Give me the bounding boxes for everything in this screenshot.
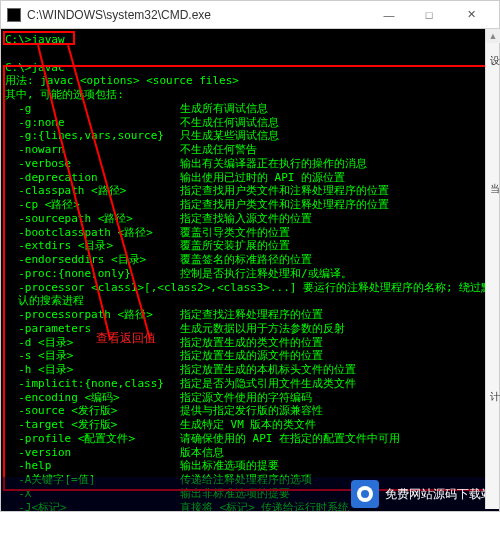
option-desc: 指定查找用户类文件和注释处理程序的位置 bbox=[180, 198, 389, 212]
maximize-button[interactable]: □ bbox=[409, 2, 449, 28]
annotation-label: 查看返回值 bbox=[96, 331, 156, 346]
prompt-javaw: C:\>javaw bbox=[5, 33, 495, 47]
option-desc: 生成元数据以用于方法参数的反射 bbox=[180, 322, 345, 336]
option-desc: 提供与指定发行版的源兼容性 bbox=[180, 404, 323, 418]
option-row: -g:{lines,vars,source}只生成某些调试信息 bbox=[5, 129, 495, 143]
option-flag: -encoding <编码> bbox=[5, 391, 180, 405]
option-desc: 覆盖签名的标准路径的位置 bbox=[180, 253, 312, 267]
prompt-javac: C:\>javac bbox=[5, 61, 495, 75]
titlebar[interactable]: C:\WINDOWS\system32\CMD.exe — □ ✕ bbox=[1, 1, 499, 29]
option-row: -nowarn不生成任何警告 bbox=[5, 143, 495, 157]
side-char-2: 当 bbox=[486, 171, 500, 179]
option-row: -implicit:{none,class}指定是否为隐式引用文件生成类文件 bbox=[5, 377, 495, 391]
option-desc: 指定放置生成的类文件的位置 bbox=[180, 336, 323, 350]
option-desc: 版本信息 bbox=[180, 446, 224, 460]
option-row: -cp <路径>指定查找用户类文件和注释处理程序的位置 bbox=[5, 198, 495, 212]
cmd-window: C:\WINDOWS\system32\CMD.exe — □ ✕ C:\>ja… bbox=[0, 0, 500, 512]
option-flag: -verbose bbox=[5, 157, 180, 171]
option-desc: 指定放置生成的本机标头文件的位置 bbox=[180, 363, 356, 377]
option-row: -bootclasspath <路径>覆盖引导类文件的位置 bbox=[5, 226, 495, 240]
option-flag: -nowarn bbox=[5, 143, 180, 157]
usage-line: 用法: javac <options> <source files> bbox=[5, 74, 495, 88]
option-desc: 不生成任何调试信息 bbox=[180, 116, 279, 130]
option-flag: -endorseddirs <目录> bbox=[5, 253, 180, 267]
side-char-1: 设 bbox=[486, 43, 500, 51]
option-flag: -g:none bbox=[5, 116, 180, 130]
window-title: C:\WINDOWS\system32\CMD.exe bbox=[27, 8, 369, 22]
option-row: 认的搜索进程 bbox=[5, 294, 495, 308]
scrollbar[interactable]: ▲ 设 当 计 bbox=[485, 29, 499, 509]
option-desc: 控制是否执行注释处理和/或编译。 bbox=[180, 267, 352, 281]
blank bbox=[5, 47, 495, 61]
option-flag: -s <目录> bbox=[5, 349, 180, 363]
where-line: 其中, 可能的选项包括: bbox=[5, 88, 495, 102]
option-flag: -version bbox=[5, 446, 180, 460]
option-flag: -processorpath <路径> bbox=[5, 308, 180, 322]
option-flag: -target <发行版> bbox=[5, 418, 180, 432]
option-flag: -profile <配置文件> bbox=[5, 432, 180, 446]
option-flag: -deprecation bbox=[5, 171, 180, 185]
option-desc: 生成所有调试信息 bbox=[180, 102, 268, 116]
close-button[interactable]: ✕ bbox=[449, 2, 493, 28]
option-desc: 覆盖所安装扩展的位置 bbox=[180, 239, 290, 253]
option-row: -help输出标准选项的提要 bbox=[5, 459, 495, 473]
option-row: -extdirs <目录>覆盖所安装扩展的位置 bbox=[5, 239, 495, 253]
option-flag: -help bbox=[5, 459, 180, 473]
option-row: -source <发行版>提供与指定发行版的源兼容性 bbox=[5, 404, 495, 418]
option-row: -endorseddirs <目录>覆盖签名的标准路径的位置 bbox=[5, 253, 495, 267]
option-desc: 指定查找注释处理程序的位置 bbox=[180, 308, 323, 322]
option-desc: 指定查找用户类文件和注释处理程序的位置 bbox=[180, 184, 389, 198]
cmd-icon bbox=[7, 8, 21, 22]
option-flag: -classpath <路径> bbox=[5, 184, 180, 198]
option-row: -h <目录>指定放置生成的本机标头文件的位置 bbox=[5, 363, 495, 377]
option-row: -version版本信息 bbox=[5, 446, 495, 460]
option-row: -g生成所有调试信息 bbox=[5, 102, 495, 116]
terminal-output[interactable]: C:\>javaw C:\>javac 用法: javac <options> … bbox=[1, 29, 499, 511]
logo-icon bbox=[351, 480, 379, 508]
option-desc: 生成特定 VM 版本的类文件 bbox=[180, 418, 317, 432]
options-list: -g生成所有调试信息 -g:none不生成任何调试信息 -g:{lines,va… bbox=[5, 102, 495, 511]
option-flag: -cp <路径> bbox=[5, 198, 180, 212]
option-flag: -sourcepath <路径> bbox=[5, 212, 180, 226]
option-row: -encoding <编码>指定源文件使用的字符编码 bbox=[5, 391, 495, 405]
option-row: -g:none不生成任何调试信息 bbox=[5, 116, 495, 130]
option-row: -parameters生成元数据以用于方法参数的反射 bbox=[5, 322, 495, 336]
side-char-3: 计 bbox=[486, 379, 500, 387]
option-flag: -g:{lines,vars,source} bbox=[5, 129, 180, 143]
option-row: -target <发行版>生成特定 VM 版本的类文件 bbox=[5, 418, 495, 432]
option-flag: -extdirs <目录> bbox=[5, 239, 180, 253]
option-flag: -g bbox=[5, 102, 180, 116]
option-flag: -source <发行版> bbox=[5, 404, 180, 418]
option-desc: 覆盖引导类文件的位置 bbox=[180, 226, 290, 240]
option-desc: 指定源文件使用的字符编码 bbox=[180, 391, 312, 405]
option-desc: 请确保使用的 API 在指定的配置文件中可用 bbox=[180, 432, 400, 446]
option-row: -sourcepath <路径>指定查找输入源文件的位置 bbox=[5, 212, 495, 226]
option-desc: 不生成任何警告 bbox=[180, 143, 257, 157]
option-row: -verbose输出有关编译器正在执行的操作的消息 bbox=[5, 157, 495, 171]
option-desc: 只生成某些调试信息 bbox=[180, 129, 279, 143]
option-desc: 指定放置生成的源文件的位置 bbox=[180, 349, 323, 363]
option-flag: -h <目录> bbox=[5, 363, 180, 377]
minimize-button[interactable]: — bbox=[369, 2, 409, 28]
option-flag: -implicit:{none,class} bbox=[5, 377, 180, 391]
option-row: -s <目录>指定放置生成的源文件的位置 bbox=[5, 349, 495, 363]
option-row: -d <目录>指定放置生成的类文件的位置 bbox=[5, 336, 495, 350]
option-desc: 输出使用已过时的 API 的源位置 bbox=[180, 171, 345, 185]
option-desc: 输出标准选项的提要 bbox=[180, 459, 279, 473]
option-desc: 指定查找输入源文件的位置 bbox=[180, 212, 312, 226]
option-flag: -proc:{none,only} bbox=[5, 267, 180, 281]
option-row: -proc:{none,only}控制是否执行注释处理和/或编译。 bbox=[5, 267, 495, 281]
option-row: -classpath <路径>指定查找用户类文件和注释处理程序的位置 bbox=[5, 184, 495, 198]
option-row: -profile <配置文件>请确保使用的 API 在指定的配置文件中可用 bbox=[5, 432, 495, 446]
svg-point-2 bbox=[361, 490, 369, 498]
watermark-bar: 免费网站源码下载站 bbox=[1, 477, 499, 511]
option-desc: 指定是否为隐式引用文件生成类文件 bbox=[180, 377, 356, 391]
option-row: -processor <class1>[,<class2>,<class3>..… bbox=[5, 281, 495, 295]
option-row: -processorpath <路径>指定查找注释处理程序的位置 bbox=[5, 308, 495, 322]
option-desc: 输出有关编译器正在执行的操作的消息 bbox=[180, 157, 367, 171]
scroll-up[interactable]: ▲ bbox=[486, 29, 500, 43]
watermark-text: 免费网站源码下载站 bbox=[385, 487, 493, 502]
option-row: -deprecation输出使用已过时的 API 的源位置 bbox=[5, 171, 495, 185]
option-flag: -bootclasspath <路径> bbox=[5, 226, 180, 240]
